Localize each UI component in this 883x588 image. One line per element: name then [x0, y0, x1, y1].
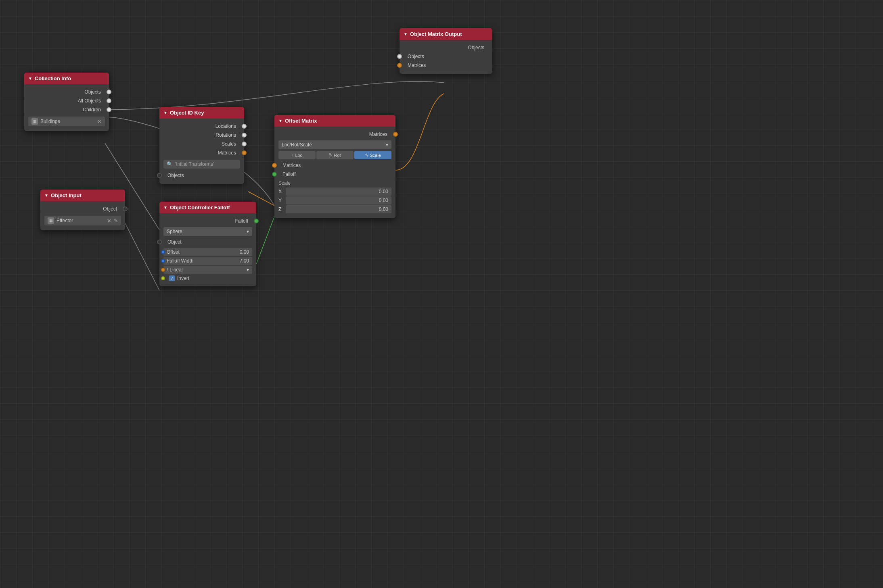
scale-label: Scale	[370, 153, 381, 158]
loc-rot-scale-dropdown[interactable]: Loc/Rot/Scale ▾	[278, 140, 391, 149]
socket-rotations-out[interactable]	[242, 133, 247, 138]
rot-icon: ↻	[329, 152, 333, 158]
falloff-width-row: Falloff Width 7.00	[163, 257, 252, 265]
socket-children-out[interactable]	[107, 107, 111, 112]
object-field[interactable]: ▦ Effector ✕ ✎	[44, 216, 121, 225]
socket-objects-in[interactable]	[157, 173, 162, 178]
rot-label: Rot	[334, 153, 341, 158]
object-name: Effector	[56, 218, 105, 223]
loc-rot-scale-buttons: ↑ Loc ↻ Rot ⤡ Scale	[278, 151, 391, 159]
socket-matrices-omo-in[interactable]	[397, 63, 402, 68]
collapse-arrow-5[interactable]: ▼	[278, 119, 282, 123]
input-falloff-om: Falloff	[274, 170, 395, 179]
collection-icon: ▦	[31, 118, 38, 125]
socket-scales-out[interactable]	[242, 142, 247, 146]
loc-button[interactable]: ↑ Loc	[278, 151, 316, 159]
search-placeholder: 'Initial Transforms'	[175, 161, 214, 167]
object-controller-falloff-title: Object Controller Falloff	[170, 204, 230, 211]
offset-matrix-body: Matrices Loc/Rot/Scale ▾ ↑ Loc ↻ Rot ⤡ S…	[274, 127, 395, 218]
output-scales: Scales	[159, 140, 244, 148]
scale-x-value[interactable]: 0.00	[286, 188, 391, 196]
output-objects-omo: Objects	[400, 43, 492, 52]
invert-checkbox[interactable]: ✓	[169, 275, 175, 281]
output-matrices-om: Matrices	[274, 130, 395, 139]
chevron-down-icon: ▾	[247, 229, 249, 234]
falloff-width-value: 7.00	[240, 258, 249, 264]
scale-z-row: Z 0.00	[278, 205, 391, 213]
scale-y-label: Y	[278, 198, 284, 203]
object-input-title: Object Input	[51, 192, 82, 198]
search-field[interactable]: 🔍 'Initial Transforms'	[163, 160, 240, 169]
linear-label: Linear	[169, 267, 183, 273]
output-rotations: Rotations	[159, 131, 244, 140]
socket-falloff-om-in[interactable]	[272, 172, 277, 177]
collapse-arrow-4[interactable]: ▼	[163, 205, 167, 210]
input-matrices-om: Matrices	[274, 161, 395, 170]
wire-canvas	[0, 0, 883, 588]
output-all-objects: All Objects	[24, 96, 109, 105]
invert-row: ✓ Invert	[163, 275, 252, 281]
offset-matrix-node: ▼ Offset Matrix Matrices Loc/Rot/Scale ▾…	[274, 115, 395, 218]
collection-field[interactable]: ▦ Buildings ✕	[28, 117, 105, 126]
socket-objects-omo-in[interactable]	[397, 54, 402, 59]
collection-name: Buildings	[40, 119, 95, 124]
offset-value: 0.00	[240, 249, 249, 255]
socket-falloff-out[interactable]	[254, 219, 259, 223]
socket-object-out[interactable]	[123, 206, 128, 211]
offset-label: Offset	[167, 249, 180, 255]
object-id-key-node: ▼ Object ID Key Locations Rotations Scal…	[159, 107, 244, 184]
pick-object-button[interactable]: ✎	[114, 218, 118, 223]
object-controller-falloff-body: Falloff Sphere ▾ Object Offset 0.00 Fall…	[159, 213, 256, 286]
falloff-type-dropdown[interactable]: Sphere ▾	[163, 227, 252, 236]
linear-chevron-icon: ▾	[247, 267, 249, 273]
socket-locations-out[interactable]	[242, 124, 247, 129]
socket-offset-in[interactable]	[161, 250, 165, 254]
input-object: Object	[159, 238, 256, 246]
collection-info-header: ▼ Collection Info	[24, 73, 109, 84]
object-input-node: ▼ Object Input Object ▦ Effector ✕ ✎	[40, 190, 125, 230]
socket-invert-in[interactable]	[161, 276, 165, 280]
scale-button[interactable]: ⤡ Scale	[354, 151, 391, 159]
input-matrices-omo: Matrices	[400, 61, 492, 70]
clear-object-button[interactable]: ✕	[107, 218, 111, 224]
rot-button[interactable]: ↻ Rot	[316, 151, 354, 159]
loc-icon: ↑	[292, 153, 294, 158]
socket-all-objects-out[interactable]	[107, 98, 111, 103]
output-children: Children	[24, 105, 109, 114]
socket-linear-in[interactable]	[161, 268, 165, 272]
output-falloff: Falloff	[159, 217, 256, 225]
scale-z-label: Z	[278, 206, 284, 212]
object-id-key-header: ▼ Object ID Key	[159, 107, 244, 119]
falloff-width-label: Falloff Width	[167, 258, 193, 264]
scale-y-value[interactable]: 0.00	[286, 196, 391, 204]
collapse-arrow-6[interactable]: ▼	[404, 32, 408, 36]
svg-line-3	[256, 217, 274, 264]
clear-collection-button[interactable]: ✕	[97, 119, 102, 125]
object-matrix-output-node: ▼ Object Matrix Output Objects Objects M…	[400, 28, 492, 74]
socket-matrices-out[interactable]	[242, 150, 247, 155]
dropdown-chevron-icon: ▾	[386, 142, 388, 148]
socket-matrices-om-in[interactable]	[272, 163, 277, 168]
socket-objects-out[interactable]	[107, 90, 111, 94]
scale-y-row: Y 0.00	[278, 196, 391, 204]
output-locations: Locations	[159, 122, 244, 131]
object-icon: ▦	[48, 217, 54, 224]
linear-row: / Linear ▾	[163, 266, 252, 274]
slash-icon: /	[167, 267, 168, 273]
collection-info-node: ▼ Collection Info Objects All Objects Ch…	[24, 73, 109, 131]
object-controller-falloff-node: ▼ Object Controller Falloff Falloff Sphe…	[159, 202, 256, 286]
object-id-key-title: Object ID Key	[170, 110, 204, 116]
socket-object-in[interactable]	[157, 240, 162, 244]
collapse-arrow[interactable]: ▼	[28, 76, 32, 81]
object-id-key-body: Locations Rotations Scales Matrices 🔍 'I…	[159, 119, 244, 184]
scale-icon: ⤡	[365, 152, 368, 158]
offset-row: Offset 0.00	[163, 248, 252, 256]
scale-z-value[interactable]: 0.00	[286, 205, 391, 213]
socket-falloff-width-in[interactable]	[161, 259, 165, 263]
collapse-arrow-2[interactable]: ▼	[44, 193, 48, 198]
input-objects-omo: Objects	[400, 52, 492, 61]
invert-label: Invert	[177, 275, 189, 281]
collapse-arrow-3[interactable]: ▼	[163, 111, 167, 115]
socket-matrices-om-out[interactable]	[393, 132, 398, 137]
offset-matrix-header: ▼ Offset Matrix	[274, 115, 395, 127]
